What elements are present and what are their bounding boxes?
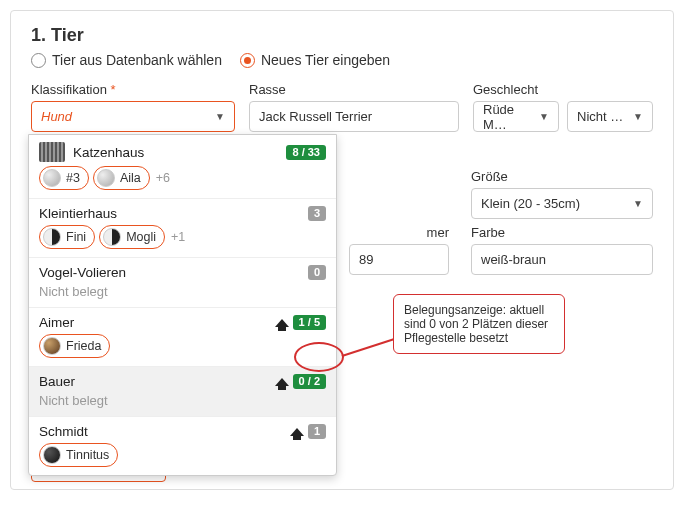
foster-home-icon [290, 428, 304, 436]
animal-chip-label: Tinnitus [66, 448, 109, 462]
select-value: Rüde M… [483, 102, 539, 132]
geschlecht-select[interactable]: Rüde M… ▼ [473, 101, 559, 132]
foster-home-icon [275, 319, 289, 327]
more-count: +6 [156, 171, 170, 185]
radio-label: Neues Tier eingeben [261, 52, 390, 68]
occupancy-badge: 1 [308, 424, 326, 439]
chevron-down-icon: ▼ [633, 198, 643, 209]
location-empty-text: Nicht belegt [39, 284, 326, 299]
select-value: Nicht … [577, 109, 623, 124]
annotation-circle [294, 342, 344, 372]
animal-chip-label: Fini [66, 230, 86, 244]
location-name: Bauer [39, 374, 75, 389]
radio-indicator [31, 53, 46, 68]
animal-chip[interactable]: Frieda [39, 334, 110, 358]
groesse-field: Größe Klein (20 - 35cm) ▼ [471, 169, 653, 219]
animal-chip[interactable]: Tinnitus [39, 443, 118, 467]
select-value: Hund [41, 109, 72, 124]
input-value: weiß-braun [481, 252, 546, 267]
foster-home-icon [275, 378, 289, 386]
location-option[interactable]: Aimer1 / 5Frieda [29, 308, 336, 367]
occupancy-badge: 0 [308, 265, 326, 280]
rasse-input[interactable]: Jack Russell Terrier [249, 101, 459, 132]
klassifikation-select[interactable]: Hund ▼ [31, 101, 235, 132]
groesse-label: Größe [471, 169, 653, 184]
groesse-select[interactable]: Klein (20 - 35cm) ▼ [471, 188, 653, 219]
occupancy-badge: 0 / 2 [293, 374, 326, 389]
chevron-down-icon: ▼ [539, 111, 549, 122]
chevron-down-icon: ▼ [215, 111, 225, 122]
select-value: Klein (20 - 35cm) [481, 196, 580, 211]
animal-chip-label: Aila [120, 171, 141, 185]
radio-indicator [240, 53, 255, 68]
occupancy-badge: 1 / 5 [293, 315, 326, 330]
radio-from-database[interactable]: Tier aus Datenbank wählen [31, 52, 222, 68]
location-name: Schmidt [39, 424, 88, 439]
animal-chip[interactable]: Aila [93, 166, 150, 190]
animal-avatar-icon [97, 169, 115, 187]
location-option[interactable]: Bauer0 / 2Nicht belegt [29, 367, 336, 417]
nummer-label-fragment: mer [349, 225, 449, 240]
input-value: Jack Russell Terrier [259, 109, 372, 124]
animal-chip-label: #3 [66, 171, 80, 185]
annotation-callout: Belegungsanzeige: aktuell sind 0 von 2 P… [393, 294, 565, 354]
location-option[interactable]: Vogel-Volieren0Nicht belegt [29, 258, 336, 308]
section-title: 1. Tier [31, 25, 653, 46]
input-value: 89 [359, 252, 373, 267]
animal-avatar-icon [103, 228, 121, 246]
location-name: Kleintierhaus [39, 206, 117, 221]
animal-chip[interactable]: #3 [39, 166, 89, 190]
rasse-label: Rasse [249, 82, 459, 97]
location-name: Vogel-Volieren [39, 265, 126, 280]
animal-avatar-icon [43, 446, 61, 464]
location-empty-text: Nicht belegt [39, 393, 326, 408]
source-radio-group: Tier aus Datenbank wählen Neues Tier ein… [31, 52, 653, 68]
occupancy-badge: 8 / 33 [286, 145, 326, 160]
location-name: Aimer [39, 315, 74, 330]
animal-avatar-icon [43, 337, 61, 355]
kastration-select[interactable]: Nicht … ▼ [567, 101, 653, 132]
radio-new-animal[interactable]: Neues Tier eingeben [240, 52, 390, 68]
klassifikation-label: Klassifikation [31, 82, 235, 97]
animal-chip[interactable]: Mogli [99, 225, 165, 249]
radio-label: Tier aus Datenbank wählen [52, 52, 222, 68]
occupancy-badge: 3 [308, 206, 326, 221]
animal-chip-label: Frieda [66, 339, 101, 353]
location-thumbnail [39, 142, 65, 162]
animal-avatar-icon [43, 228, 61, 246]
location-option[interactable]: Schmidt1Tinnitus [29, 417, 336, 475]
animal-avatar-icon [43, 169, 61, 187]
geschlecht-label: Geschlecht [473, 82, 653, 97]
location-name: Katzenhaus [73, 145, 144, 160]
nummer-input[interactable]: 89 [349, 244, 449, 275]
klassifikation-dropdown-panel[interactable]: Katzenhaus8 / 33#3Aila+6Kleintierhaus3Fi… [28, 134, 337, 476]
farbe-label: Farbe [471, 225, 653, 240]
animal-chip[interactable]: Fini [39, 225, 95, 249]
farbe-input[interactable]: weiß-braun [471, 244, 653, 275]
chevron-down-icon: ▼ [633, 111, 643, 122]
location-option[interactable]: Katzenhaus8 / 33#3Aila+6 [29, 135, 336, 199]
location-option[interactable]: Kleintierhaus3FiniMogli+1 [29, 199, 336, 258]
animal-chip-label: Mogli [126, 230, 156, 244]
form-row-1: Klassifikation Hund ▼ Rasse Jack Russell… [31, 82, 653, 132]
more-count: +1 [171, 230, 185, 244]
